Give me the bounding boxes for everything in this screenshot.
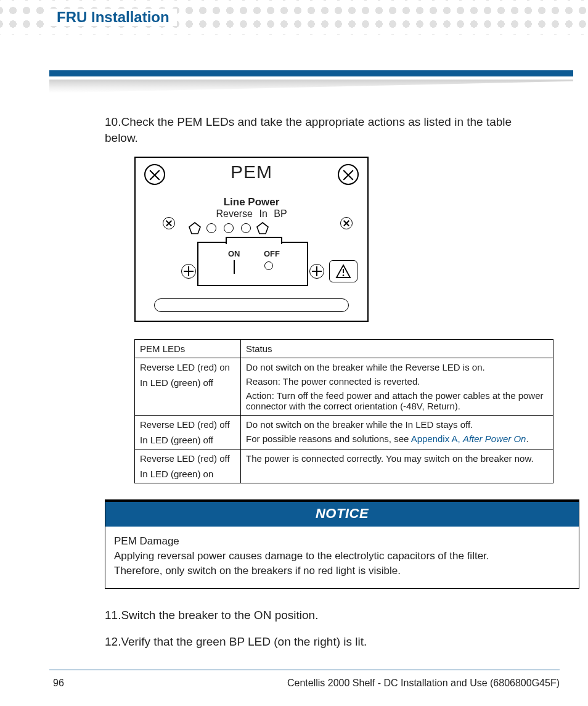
step-12: 12.Verify that the green BP LED (on the …	[105, 634, 539, 650]
led-state: Reverse LED (red) off	[140, 453, 235, 464]
status-line: Reason: The power connected is reverted.	[246, 376, 548, 387]
page-number: 96	[53, 678, 64, 689]
pem-diagram: PEM Line Power Reverse In BP ON OFF	[134, 157, 539, 322]
led-state-cell: Reverse LED (red) on In LED (green) off	[135, 358, 241, 416]
handle-slot	[154, 298, 349, 312]
page-content: 10.Check the PEM LEDs and take the appro…	[105, 114, 539, 661]
step-number: 10.	[105, 115, 121, 128]
section-title: FRU Installation	[49, 9, 177, 26]
screw-icon	[340, 217, 353, 229]
breaker-box: ON OFF	[197, 242, 308, 286]
table-header: PEM LEDs	[135, 340, 241, 358]
svg-point-4	[343, 274, 345, 276]
notice-label: NOTICE	[105, 502, 579, 527]
table-header-row: PEM LEDs Status	[135, 340, 553, 358]
status-cell: Do not switch on the breaker while the R…	[241, 358, 553, 416]
line-power-label: Line Power	[136, 196, 367, 208]
screw-icon	[309, 264, 324, 279]
led-row	[189, 222, 269, 234]
breaker-tab	[226, 237, 282, 244]
table-row: Reverse LED (red) off In LED (green) on …	[135, 449, 553, 483]
appendix-link[interactable]: After Power On	[463, 433, 526, 444]
warning-icon	[329, 260, 357, 282]
appendix-ref: Appendix A,	[411, 433, 463, 444]
step-number: 11.	[105, 609, 121, 622]
svg-marker-0	[189, 223, 200, 234]
step-number: 12.	[105, 635, 121, 648]
footer-doc-title: Centellis 2000 Shelf - DC Installation a…	[287, 678, 560, 689]
pentagon-icon	[256, 222, 269, 234]
step-text: Verify that the green BP LED (on the rig…	[121, 635, 367, 648]
header-grey-wedge	[49, 80, 573, 93]
notice-title: PEM Damage	[114, 534, 570, 549]
status-cell: Do not switch on the breaker while the I…	[241, 416, 553, 449]
notice-body: PEM Damage Applying reversal power cause…	[105, 527, 579, 588]
breaker-on-label: ON	[228, 249, 240, 258]
pem-panel: PEM Line Power Reverse In BP ON OFF	[134, 157, 369, 322]
switch-off-mark	[264, 261, 273, 270]
led-icon	[241, 223, 251, 233]
notice-line: Applying reversal power causes damage to…	[114, 549, 570, 564]
screw-icon	[163, 217, 175, 229]
led-icon	[206, 223, 216, 233]
status-line: Action: Turn off the feed power and atta…	[246, 390, 548, 411]
led-state: Reverse LED (red) on	[140, 362, 235, 372]
notice-line: Therefore, only switch on the breakers i…	[114, 564, 570, 578]
led-state-cell: Reverse LED (red) off In LED (green) off	[135, 416, 241, 449]
table-row: Reverse LED (red) off In LED (green) off…	[135, 416, 553, 449]
header-blue-rule	[49, 70, 573, 76]
led-icon	[224, 223, 234, 233]
status-cell: The power is connected correctly. You ma…	[241, 449, 553, 483]
led-state: In LED (green) off	[140, 377, 235, 388]
pem-label: PEM	[136, 162, 367, 183]
switch-on-mark	[234, 260, 235, 274]
footer-rule	[49, 670, 560, 671]
step-11: 11.Switch the breaker to the ON position…	[105, 607, 539, 623]
status-line: For possible reasons and solutions, see …	[246, 433, 548, 444]
table-header: Status	[241, 340, 553, 358]
notice-box: NOTICE PEM Damage Applying reversal powe…	[105, 499, 579, 588]
led-state: In LED (green) off	[140, 435, 235, 445]
step-10: 10.Check the PEM LEDs and take the appro…	[105, 114, 539, 146]
led-state-cell: Reverse LED (red) off In LED (green) on	[135, 449, 241, 483]
svg-marker-1	[257, 223, 268, 234]
breaker-off-label: OFF	[264, 249, 280, 258]
pentagon-icon	[189, 222, 201, 234]
table-row: Reverse LED (red) on In LED (green) off …	[135, 358, 553, 416]
screw-icon	[181, 264, 196, 279]
pem-led-table: PEM LEDs Status Reverse LED (red) on In …	[134, 339, 553, 483]
status-line: The power is connected correctly. You ma…	[246, 453, 548, 464]
status-line: Do not switch on the breaker while the I…	[246, 419, 548, 430]
status-line: Do not switch on the breaker while the R…	[246, 362, 548, 372]
led-state: Reverse LED (red) off	[140, 419, 235, 430]
step-text: Switch the breaker to the ON position.	[121, 609, 318, 622]
led-state: In LED (green) on	[140, 469, 235, 479]
step-text: Check the PEM LEDs and take the appropri…	[105, 115, 512, 144]
